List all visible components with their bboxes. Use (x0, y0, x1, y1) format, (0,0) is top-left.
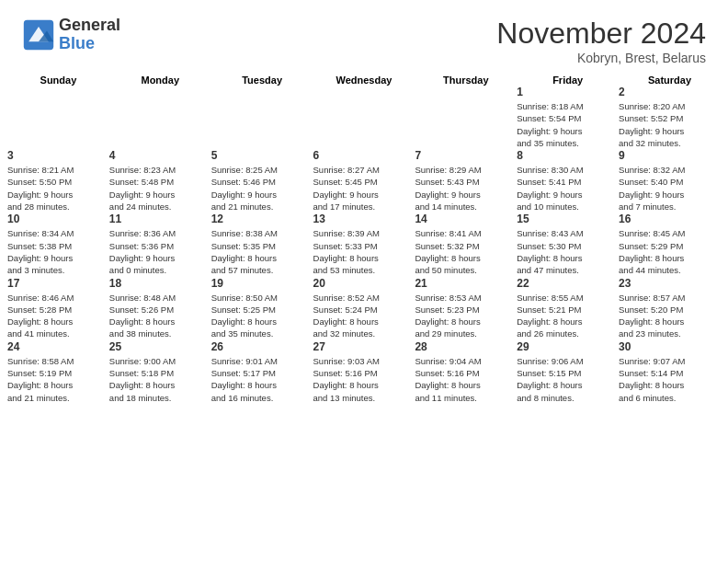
calendar-cell-4-2: 26Sunrise: 9:01 AM Sunset: 5:17 PM Dayli… (211, 340, 313, 404)
header-row: Sunday Monday Tuesday Wednesday Thursday… (7, 75, 721, 86)
logo-text: General Blue (59, 17, 120, 53)
day-number: 10 (7, 213, 109, 225)
calendar-body: 1Sunrise: 8:18 AM Sunset: 5:54 PM Daylig… (7, 86, 721, 404)
day-info: Sunrise: 8:55 AM Sunset: 5:21 PM Dayligh… (517, 292, 619, 340)
day-info: Sunrise: 8:48 AM Sunset: 5:26 PM Dayligh… (109, 292, 211, 340)
calendar-cell-2-3: 13Sunrise: 8:39 AM Sunset: 5:33 PM Dayli… (313, 213, 415, 276)
col-monday: Monday (109, 75, 211, 86)
calendar-cell-1-1: 4Sunrise: 8:23 AM Sunset: 5:48 PM Daylig… (109, 149, 211, 213)
calendar-cell-0-3 (313, 86, 415, 149)
day-info: Sunrise: 9:07 AM Sunset: 5:14 PM Dayligh… (619, 355, 721, 404)
day-number: 19 (211, 277, 313, 290)
calendar-cell-3-3: 20Sunrise: 8:52 AM Sunset: 5:24 PM Dayli… (313, 277, 415, 340)
day-number: 15 (517, 213, 619, 225)
logo: General Blue (22, 17, 120, 53)
calendar-cell-2-5: 15Sunrise: 8:43 AM Sunset: 5:30 PM Dayli… (517, 213, 619, 276)
day-info: Sunrise: 9:06 AM Sunset: 5:15 PM Dayligh… (517, 355, 619, 404)
calendar-cell-3-0: 17Sunrise: 8:46 AM Sunset: 5:28 PM Dayli… (7, 277, 109, 340)
day-number: 24 (7, 340, 109, 353)
calendar-cell-4-0: 24Sunrise: 8:58 AM Sunset: 5:19 PM Dayli… (7, 340, 109, 404)
calendar-cell-1-3: 6Sunrise: 8:27 AM Sunset: 5:45 PM Daylig… (313, 149, 415, 213)
day-number: 7 (415, 149, 517, 162)
day-number: 2 (619, 86, 721, 98)
day-info: Sunrise: 8:52 AM Sunset: 5:24 PM Dayligh… (313, 292, 415, 340)
day-info: Sunrise: 8:53 AM Sunset: 5:23 PM Dayligh… (415, 292, 517, 340)
calendar-cell-1-0: 3Sunrise: 8:21 AM Sunset: 5:50 PM Daylig… (7, 149, 109, 213)
calendar-cell-4-6: 30Sunrise: 9:07 AM Sunset: 5:14 PM Dayli… (619, 340, 721, 404)
day-info: Sunrise: 8:38 AM Sunset: 5:35 PM Dayligh… (211, 227, 313, 276)
day-info: Sunrise: 8:32 AM Sunset: 5:40 PM Dayligh… (619, 164, 721, 213)
calendar-cell-3-1: 18Sunrise: 8:48 AM Sunset: 5:26 PM Dayli… (109, 277, 211, 340)
day-number: 9 (619, 149, 721, 162)
calendar-cell-0-2 (211, 86, 313, 149)
col-wednesday: Wednesday (313, 75, 415, 86)
calendar-cell-2-4: 14Sunrise: 8:41 AM Sunset: 5:32 PM Dayli… (415, 213, 517, 276)
calendar-table: Sunday Monday Tuesday Wednesday Thursday… (7, 75, 721, 404)
logo-icon (22, 18, 55, 52)
day-info: Sunrise: 9:03 AM Sunset: 5:16 PM Dayligh… (313, 355, 415, 404)
day-number: 4 (109, 149, 211, 162)
day-info: Sunrise: 9:00 AM Sunset: 5:18 PM Dayligh… (109, 355, 211, 404)
calendar-cell-3-6: 23Sunrise: 8:57 AM Sunset: 5:20 PM Dayli… (619, 277, 721, 340)
location: Kobryn, Brest, Belarus (496, 51, 706, 65)
day-number: 27 (313, 340, 415, 353)
calendar-cell-1-6: 9Sunrise: 8:32 AM Sunset: 5:40 PM Daylig… (619, 149, 721, 213)
day-number: 6 (313, 149, 415, 162)
day-info: Sunrise: 8:27 AM Sunset: 5:45 PM Dayligh… (313, 164, 415, 213)
calendar-cell-0-1 (109, 86, 211, 149)
day-info: Sunrise: 8:25 AM Sunset: 5:46 PM Dayligh… (211, 164, 313, 213)
day-number: 16 (619, 213, 721, 225)
day-number: 11 (109, 213, 211, 225)
logo-general: General (59, 17, 120, 35)
calendar-cell-0-4 (415, 86, 517, 149)
day-number: 30 (619, 340, 721, 353)
day-number: 13 (313, 213, 415, 225)
day-info: Sunrise: 8:18 AM Sunset: 5:54 PM Dayligh… (517, 100, 619, 149)
calendar-cell-0-5: 1Sunrise: 8:18 AM Sunset: 5:54 PM Daylig… (517, 86, 619, 149)
col-thursday: Thursday (415, 75, 517, 86)
logo-blue: Blue (59, 35, 120, 53)
col-sunday: Sunday (7, 75, 109, 86)
day-info: Sunrise: 8:41 AM Sunset: 5:32 PM Dayligh… (415, 227, 517, 276)
day-info: Sunrise: 8:34 AM Sunset: 5:38 PM Dayligh… (7, 227, 109, 276)
day-info: Sunrise: 8:30 AM Sunset: 5:41 PM Dayligh… (517, 164, 619, 213)
day-info: Sunrise: 8:46 AM Sunset: 5:28 PM Dayligh… (7, 292, 109, 340)
month-title: November 2024 (496, 17, 706, 51)
day-number: 18 (109, 277, 211, 290)
calendar-cell-3-2: 19Sunrise: 8:50 AM Sunset: 5:25 PM Dayli… (211, 277, 313, 340)
calendar-cell-1-4: 7Sunrise: 8:29 AM Sunset: 5:43 PM Daylig… (415, 149, 517, 213)
calendar-header: Sunday Monday Tuesday Wednesday Thursday… (7, 75, 721, 86)
day-info: Sunrise: 8:20 AM Sunset: 5:52 PM Dayligh… (619, 100, 721, 149)
week-row-4: 24Sunrise: 8:58 AM Sunset: 5:19 PM Dayli… (7, 340, 721, 404)
day-info: Sunrise: 8:57 AM Sunset: 5:20 PM Dayligh… (619, 292, 721, 340)
day-info: Sunrise: 8:36 AM Sunset: 5:36 PM Dayligh… (109, 227, 211, 276)
calendar-wrapper: Sunday Monday Tuesday Wednesday Thursday… (0, 75, 728, 411)
day-info: Sunrise: 9:01 AM Sunset: 5:17 PM Dayligh… (211, 355, 313, 404)
day-info: Sunrise: 8:58 AM Sunset: 5:19 PM Dayligh… (7, 355, 109, 404)
calendar-cell-3-4: 21Sunrise: 8:53 AM Sunset: 5:23 PM Dayli… (415, 277, 517, 340)
col-friday: Friday (517, 75, 619, 86)
calendar-cell-4-1: 25Sunrise: 9:00 AM Sunset: 5:18 PM Dayli… (109, 340, 211, 404)
day-info: Sunrise: 8:43 AM Sunset: 5:30 PM Dayligh… (517, 227, 619, 276)
week-row-0: 1Sunrise: 8:18 AM Sunset: 5:54 PM Daylig… (7, 86, 721, 149)
day-number: 22 (517, 277, 619, 290)
title-block: November 2024 Kobryn, Brest, Belarus (496, 17, 706, 65)
day-number: 25 (109, 340, 211, 353)
calendar-cell-3-5: 22Sunrise: 8:55 AM Sunset: 5:21 PM Dayli… (517, 277, 619, 340)
calendar-cell-4-5: 29Sunrise: 9:06 AM Sunset: 5:15 PM Dayli… (517, 340, 619, 404)
day-number: 1 (517, 86, 619, 98)
calendar-cell-0-0 (7, 86, 109, 149)
calendar-cell-1-5: 8Sunrise: 8:30 AM Sunset: 5:41 PM Daylig… (517, 149, 619, 213)
calendar-cell-4-3: 27Sunrise: 9:03 AM Sunset: 5:16 PM Dayli… (313, 340, 415, 404)
day-info: Sunrise: 9:04 AM Sunset: 5:16 PM Dayligh… (415, 355, 517, 404)
calendar-cell-2-6: 16Sunrise: 8:45 AM Sunset: 5:29 PM Dayli… (619, 213, 721, 276)
day-info: Sunrise: 8:29 AM Sunset: 5:43 PM Dayligh… (415, 164, 517, 213)
day-number: 14 (415, 213, 517, 225)
col-tuesday: Tuesday (211, 75, 313, 86)
day-info: Sunrise: 8:50 AM Sunset: 5:25 PM Dayligh… (211, 292, 313, 340)
calendar-cell-2-1: 11Sunrise: 8:36 AM Sunset: 5:36 PM Dayli… (109, 213, 211, 276)
week-row-3: 17Sunrise: 8:46 AM Sunset: 5:28 PM Dayli… (7, 277, 721, 340)
day-number: 8 (517, 149, 619, 162)
calendar-cell-2-0: 10Sunrise: 8:34 AM Sunset: 5:38 PM Dayli… (7, 213, 109, 276)
week-row-1: 3Sunrise: 8:21 AM Sunset: 5:50 PM Daylig… (7, 149, 721, 213)
